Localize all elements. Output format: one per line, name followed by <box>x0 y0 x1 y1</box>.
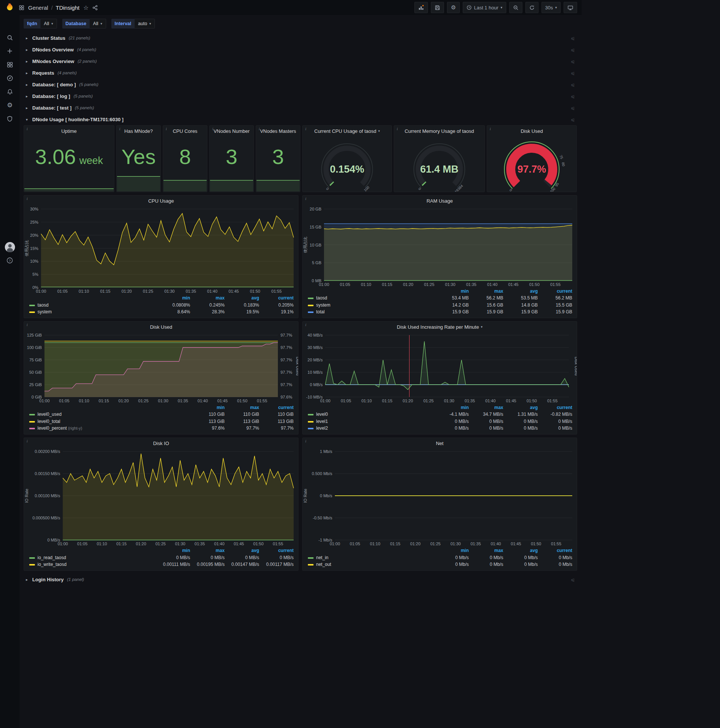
share-icon[interactable] <box>92 5 98 11</box>
variable-value-dropdown[interactable]: All▾ <box>90 19 106 29</box>
panel-header[interactable]: iDisk Used <box>24 321 298 332</box>
panel-header[interactable]: iDisk IO <box>24 438 298 448</box>
row-drag-handle[interactable]: ⩿ <box>571 58 575 64</box>
svg-text:01:15: 01:15 <box>382 282 393 287</box>
refresh-interval-select[interactable]: 30s ▾ <box>542 2 561 13</box>
legend-item[interactable]: net_in <box>308 554 434 561</box>
page-title[interactable]: TDinsight <box>56 5 79 11</box>
row-drag-handle[interactable]: ⩿ <box>571 93 575 99</box>
chart-plot-area[interactable]: -1 Mb/s-0.50 Mb/s0 Mb/s0.500 Mb/s1 Mb/s0… <box>303 448 577 547</box>
variable-value-dropdown[interactable]: auto▾ <box>135 19 155 29</box>
variable-value-dropdown[interactable]: All▾ <box>41 19 56 29</box>
add-panel-button[interactable] <box>414 2 428 13</box>
sidebar-server-admin[interactable] <box>0 112 20 125</box>
panel-header[interactable]: iVNodes Masters <box>256 126 300 136</box>
dashboard-row-header[interactable]: ▸Database: [ log ](5 panels)⩿ <box>24 90 577 102</box>
panel-header[interactable]: iUptime <box>24 126 114 136</box>
variable-label[interactable]: fqdn <box>24 19 41 29</box>
dashboard-row-header[interactable]: ▸Database: [ test ](5 panels)⩿ <box>24 102 577 113</box>
dashboard-row-header[interactable]: ▸DNodes Overview(4 panels)⩿ <box>24 44 577 55</box>
tv-mode-button[interactable] <box>564 2 577 13</box>
chart-plot-area[interactable]: 0%5%10%15%20%25%30%01:0001:0501:1001:150… <box>24 206 298 294</box>
row-drag-handle[interactable]: ⩿ <box>571 35 575 41</box>
panel-header[interactable]: iRAM Usage <box>303 196 577 206</box>
row-drag-handle[interactable]: ⩿ <box>571 577 575 583</box>
legend-item[interactable]: taosd <box>308 295 434 302</box>
zoom-out-button[interactable] <box>509 2 522 13</box>
panel-info-icon[interactable]: i <box>303 196 309 202</box>
panel-header[interactable]: iVNodes Number <box>210 126 253 136</box>
row-dnode-usage-header[interactable]: ▾ DNode Usage [ huolinhe-TM1701:6030 ] ⩿ <box>24 114 577 125</box>
dashboard-row-header[interactable]: ▸MNodes Overview(2 panels)⩿ <box>24 55 577 67</box>
dashboard-settings-button[interactable]: ⚙ <box>447 2 459 13</box>
panel-header[interactable]: iCPU Cores <box>163 126 207 136</box>
variable-label[interactable]: Interval <box>111 19 135 29</box>
row-drag-handle[interactable]: ⩿ <box>571 70 575 76</box>
panel-header[interactable]: iNet <box>303 438 577 448</box>
legend-item[interactable]: level0_used <box>29 411 190 418</box>
panel-header[interactable]: iCurrent CPU Usage of taosd▾ <box>303 126 392 136</box>
panel-info-icon[interactable]: i <box>24 438 30 444</box>
panel-header[interactable]: iDisk Used <box>487 126 577 136</box>
legend-item[interactable]: io_write_taosd <box>29 561 156 568</box>
legend-item[interactable]: system <box>308 302 434 309</box>
sidebar-explore[interactable] <box>0 71 20 85</box>
dashboard-row-header[interactable]: ▸Login History(1 panel)⩿ <box>24 574 577 585</box>
panel-info-icon[interactable]: i <box>24 196 30 202</box>
row-drag-handle[interactable]: ⩿ <box>571 105 575 111</box>
panel-info-icon[interactable]: i <box>210 126 216 132</box>
sidebar-alerting[interactable] <box>0 85 20 98</box>
legend-item[interactable]: net_out <box>308 561 434 568</box>
sidebar-create[interactable] <box>0 44 20 58</box>
legend-item[interactable]: taosd <box>29 302 156 309</box>
sidebar-profile[interactable] <box>0 240 20 254</box>
dashboard-row-header[interactable]: ▸Database: [ demo ](5 panels)⩿ <box>24 79 577 90</box>
panel-info-icon[interactable]: i <box>488 126 493 132</box>
svg-text:01:05: 01:05 <box>350 541 360 546</box>
panel-menu-caret[interactable]: ▾ <box>481 325 483 329</box>
panel-info-icon[interactable]: i <box>303 126 309 132</box>
time-range-picker[interactable]: Last 1 hour ▾ <box>463 2 506 13</box>
star-icon[interactable]: ☆ <box>83 4 88 11</box>
save-dashboard-button[interactable] <box>431 2 444 13</box>
panel-info-icon[interactable]: i <box>395 126 400 132</box>
panel-info-icon[interactable]: i <box>163 126 169 132</box>
legend-item[interactable]: system <box>29 309 156 316</box>
panel-header[interactable]: iHas MNode? <box>117 126 160 136</box>
panel-info-icon[interactable]: i <box>256 126 262 132</box>
legend-item[interactable]: level0_percent (right-y) <box>29 425 190 432</box>
refresh-button[interactable] <box>525 2 538 13</box>
dashboard-row-header[interactable]: ▸Requests(4 panels)⩿ <box>24 67 577 78</box>
sidebar-help[interactable]: ? <box>0 254 20 267</box>
panel-menu-caret[interactable]: ▾ <box>378 129 380 133</box>
chart-plot-area[interactable]: 0 MB5 GB10 GB15 GB20 GB01:0001:0501:1001… <box>303 206 577 288</box>
panel-info-icon[interactable]: i <box>303 438 309 444</box>
chart-plot-area[interactable]: 0 MB/s0.000500 MB/s0.00100 MB/s0.00150 M… <box>24 448 298 547</box>
row-drag-handle[interactable]: ⩿ <box>571 82 575 87</box>
panel-header[interactable]: iCPU Usage <box>24 196 298 206</box>
sidebar-dashboards[interactable] <box>0 58 20 71</box>
legend-item[interactable]: total <box>308 309 434 316</box>
breadcrumb-folder[interactable]: General <box>28 5 48 11</box>
panel-info-icon[interactable]: i <box>24 126 30 132</box>
row-drag-handle[interactable]: ⩿ <box>571 117 575 122</box>
variable-label[interactable]: Database <box>62 19 90 29</box>
stat-value: 3.06 <box>35 136 76 177</box>
legend-item[interactable]: level1 <box>308 418 434 425</box>
legend-item[interactable]: level2 <box>308 425 434 432</box>
panel-header[interactable]: iDisk Used Increasing Rate per Minute▾ <box>303 321 577 332</box>
chart-plot-area[interactable]: 0 GiB97.6%25 GiB97.7%50 GiB97.7%75 GiB97… <box>24 332 298 404</box>
sidebar-search[interactable] <box>0 31 20 44</box>
panel-info-icon[interactable]: i <box>303 322 309 327</box>
sidebar-configuration[interactable]: ⚙ <box>0 98 20 112</box>
dashboard-row-header[interactable]: ▸Cluster Status(21 panels)⩿ <box>24 32 577 44</box>
grafana-logo[interactable] <box>5 2 15 13</box>
legend-item[interactable]: level0 <box>308 411 434 418</box>
legend-item[interactable]: io_read_taosd <box>29 554 156 561</box>
row-drag-handle[interactable]: ⩿ <box>571 47 575 52</box>
panel-info-icon[interactable]: i <box>24 322 30 327</box>
panel-info-icon[interactable]: i <box>117 126 123 132</box>
legend-item[interactable]: level0_total <box>29 418 190 425</box>
chart-plot-area[interactable]: -10 MB/s0 MB/s10 MB/s20 MB/s30 MB/s40 MB… <box>303 332 577 404</box>
panel-header[interactable]: iCurrent Memory Usage of taosd <box>394 126 485 136</box>
